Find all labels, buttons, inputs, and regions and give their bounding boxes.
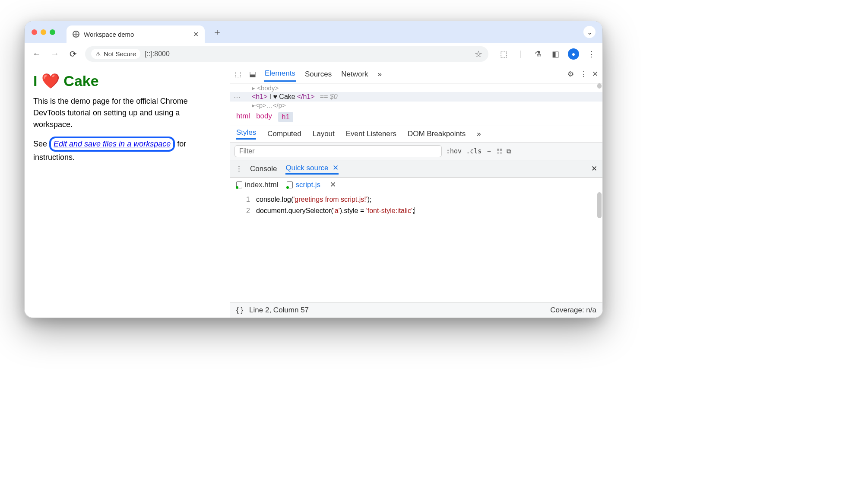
cls-toggle[interactable]: .cls: [466, 147, 482, 155]
more-menu-icon[interactable]: ⋮: [580, 70, 586, 79]
workspace-tutorial-link[interactable]: Edit and save files in a workspace: [54, 140, 171, 148]
tab-overflow-button[interactable]: ⌄: [583, 26, 596, 38]
tab-network[interactable]: Network: [340, 67, 369, 81]
drawer-tab-quick-source[interactable]: Quick source ✕: [285, 163, 339, 175]
drawer-tab-console[interactable]: Console: [250, 165, 277, 173]
globe-icon: [73, 31, 79, 38]
page-paragraph: See Edit and save files in a workspace f…: [33, 137, 221, 163]
hov-toggle[interactable]: :hov: [446, 147, 462, 155]
toolbar-icons: ⬚ | ⚗ ◧ ● ⋮: [499, 48, 596, 60]
close-tab-icon[interactable]: ✕: [193, 30, 199, 38]
fullscreen-window-button[interactable]: [50, 29, 55, 35]
tab-computed[interactable]: Computed: [267, 130, 301, 138]
highlighted-link: Edit and save files in a workspace: [49, 137, 175, 152]
drawer-menu-icon[interactable]: ⋮: [235, 164, 241, 173]
close-icon[interactable]: ✕: [330, 180, 336, 189]
reload-button[interactable]: ⟳: [67, 49, 79, 59]
panel-icon[interactable]: ◧: [551, 49, 560, 59]
toolbar: ← → ⟳ Not Secure [::]:8000 ☆ ⬚ | ⚗ ◧ ● ⋮: [25, 43, 602, 65]
tab-layout[interactable]: Layout: [313, 130, 335, 138]
security-chip[interactable]: Not Secure: [91, 49, 140, 59]
minimize-window-button[interactable]: [41, 29, 46, 35]
code-editor[interactable]: 1 2 console.log('greetings from script.j…: [230, 192, 602, 302]
dom-node[interactable]: ▸ <body>: [230, 84, 602, 92]
back-button[interactable]: ←: [31, 49, 43, 59]
browser-tab[interactable]: Workspace demo ✕: [67, 25, 205, 43]
close-window-button[interactable]: [32, 29, 37, 35]
devtools-main-tabs: ⬚ ⬓ Elements Sources Network » ⚙ ⋮ ✕: [230, 65, 602, 83]
file-tab-index-html[interactable]: index.html: [236, 180, 278, 189]
coverage-status: Coverage: n/a: [550, 306, 596, 315]
computed-styles-icon[interactable]: ☷: [497, 147, 502, 155]
toggle-sidebar-icon[interactable]: ⧉: [507, 147, 511, 155]
forward-button[interactable]: →: [49, 49, 61, 59]
new-style-rule-icon[interactable]: ＋: [486, 147, 492, 156]
breadcrumb-item[interactable]: html: [236, 112, 250, 122]
labs-icon[interactable]: ⚗: [533, 49, 543, 59]
dom-node[interactable]: ▸<p>…</p>: [230, 102, 602, 109]
window-controls: [32, 29, 55, 35]
tab-event-listeners[interactable]: Event Listeners: [346, 130, 396, 138]
close-devtools-icon[interactable]: ✕: [592, 70, 598, 79]
rendered-page: I ❤️ Cake This is the demo page for the …: [25, 65, 230, 318]
close-drawer-icon[interactable]: ✕: [591, 164, 597, 173]
drawer-tabs: ⋮ Console Quick source ✕ ✕: [230, 160, 602, 178]
dom-overflow-icon[interactable]: ⋯: [234, 93, 241, 101]
separator: |: [516, 49, 526, 58]
file-icon: [236, 181, 242, 188]
tab-strip: Workspace demo ✕ ＋ ⌄: [25, 21, 602, 43]
gutter: 1 2: [230, 194, 256, 300]
breadcrumb-item[interactable]: h1: [278, 112, 293, 122]
styles-filter-bar: :hov .cls ＋ ☷ ⧉: [230, 143, 602, 160]
styles-tabs: Styles Computed Layout Event Listeners D…: [230, 125, 602, 143]
browser-window: Workspace demo ✕ ＋ ⌄ ← → ⟳ Not Secure [:…: [24, 21, 603, 318]
styles-filter-input[interactable]: [234, 145, 442, 157]
dom-breadcrumb: html body h1: [230, 109, 602, 125]
tab-dom-breakpoints[interactable]: DOM Breakpoints: [408, 130, 466, 138]
menu-icon[interactable]: ⋮: [587, 49, 596, 59]
breadcrumb-item[interactable]: body: [256, 112, 272, 122]
file-icon: [287, 181, 293, 188]
cursor-position: Line 2, Column 57: [249, 306, 309, 315]
inspect-icon[interactable]: ⬚: [234, 70, 241, 79]
tab-sources[interactable]: Sources: [304, 67, 333, 81]
devtools-panel: ⬚ ⬓ Elements Sources Network » ⚙ ⋮ ✕ ▸ <…: [230, 65, 602, 318]
dom-tree[interactable]: ▸ <body> ⋯ <h1>I ♥ Cake</h1>== $0 ▸<p>…<…: [230, 83, 602, 109]
page-paragraph: This is the demo page for the official C…: [33, 95, 221, 130]
more-styles-tabs[interactable]: »: [477, 130, 481, 138]
tab-styles[interactable]: Styles: [236, 128, 256, 140]
settings-gear-icon[interactable]: ⚙: [567, 70, 574, 79]
address-bar[interactable]: Not Secure [::]:8000 ☆: [85, 46, 488, 62]
editor-status-bar: { } Line 2, Column 57 Coverage: n/a: [230, 302, 602, 318]
more-tabs-button[interactable]: »: [377, 67, 383, 81]
page-heading: I ❤️ Cake: [33, 72, 221, 89]
file-tab-script-js[interactable]: script.js ✕: [287, 180, 336, 189]
bookmark-icon[interactable]: ☆: [475, 49, 482, 59]
close-icon[interactable]: ✕: [333, 164, 339, 172]
file-tabs: index.html script.js ✕: [230, 178, 602, 192]
url-text: [::]:8000: [145, 50, 170, 58]
dom-node-selected[interactable]: <h1>I ♥ Cake</h1>== $0: [230, 92, 602, 102]
scrollbar-thumb[interactable]: [597, 83, 602, 89]
new-tab-button[interactable]: ＋: [212, 25, 222, 38]
device-toolbar-icon[interactable]: ⬓: [249, 70, 256, 79]
scrollbar-thumb[interactable]: [597, 192, 602, 218]
source-text[interactable]: console.log('greetings from script.js!')…: [256, 194, 415, 300]
cursor: [415, 207, 415, 214]
tab-title: Workspace demo: [84, 31, 134, 38]
tab-elements[interactable]: Elements: [264, 67, 296, 82]
pretty-print-icon[interactable]: { }: [236, 306, 243, 315]
profile-avatar[interactable]: ●: [568, 48, 579, 60]
extensions-icon[interactable]: ⬚: [499, 49, 508, 59]
